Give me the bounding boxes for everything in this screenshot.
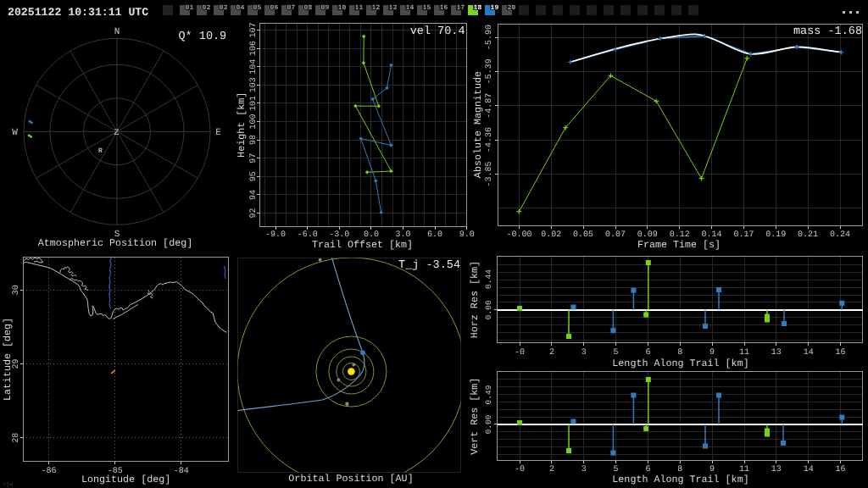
svg-text:0.49: 0.49 <box>484 385 493 404</box>
svg-text:6: 6 <box>645 348 650 358</box>
svg-text:0.05: 0.05 <box>573 230 593 240</box>
svg-text:95: 95 <box>249 171 259 181</box>
svg-text:0.21: 0.21 <box>798 230 818 240</box>
svg-text:17: 17 <box>457 4 465 12</box>
svg-text:Longitude [deg]: Longitude [deg] <box>81 474 170 485</box>
svg-text:Length Along Trail [km]: Length Along Trail [km] <box>612 358 748 369</box>
svg-text:19: 19 <box>491 4 499 12</box>
svg-text:-4.36: -4.36 <box>485 127 494 152</box>
svg-text:Atmospheric Position [deg]: Atmospheric Position [deg] <box>38 237 192 249</box>
svg-text:0.24: 0.24 <box>830 230 850 240</box>
svg-text:mass -1.68: mass -1.68 <box>793 25 862 38</box>
svg-text:Trail Offset [km]: Trail Offset [km] <box>312 239 413 251</box>
svg-text:2: 2 <box>549 465 554 474</box>
svg-text:N: N <box>114 27 120 37</box>
svg-text:18: 18 <box>474 4 482 12</box>
svg-text:09: 09 <box>321 4 330 12</box>
svg-text:13: 13 <box>389 4 398 12</box>
svg-text:16: 16 <box>440 4 448 12</box>
svg-text:20251122 10:31:11 UTC: 20251122 10:31:11 UTC <box>8 6 148 19</box>
svg-text:20: 20 <box>508 4 516 12</box>
svg-text:11: 11 <box>739 348 749 358</box>
svg-text:101: 101 <box>249 96 259 111</box>
svg-text:103: 103 <box>249 77 259 92</box>
svg-text:05: 05 <box>253 4 262 12</box>
svg-text:-0: -0 <box>515 465 525 474</box>
svg-text:9: 9 <box>709 348 715 358</box>
svg-text:Height [km]: Height [km] <box>236 92 248 158</box>
svg-text:-9.0: -9.0 <box>265 230 286 240</box>
svg-text:10: 10 <box>338 4 347 12</box>
svg-text:Orbital Position [AU]: Orbital Position [AU] <box>288 473 413 485</box>
svg-text:16: 16 <box>835 465 845 474</box>
svg-text:03: 03 <box>220 4 228 12</box>
svg-text:107: 107 <box>249 22 259 37</box>
svg-text:Q* 10.9: Q* 10.9 <box>179 30 227 43</box>
svg-text:Latitude [deg]: Latitude [deg] <box>2 318 14 401</box>
svg-text:-86: -86 <box>41 467 56 476</box>
svg-text:100: 100 <box>249 114 259 129</box>
svg-text:14: 14 <box>804 348 814 358</box>
svg-text:14: 14 <box>406 4 415 12</box>
svg-text:13: 13 <box>771 465 782 474</box>
svg-text:T_j -3.54: T_j -3.54 <box>398 259 460 272</box>
svg-text:08: 08 <box>304 4 313 12</box>
svg-text:-0.00: -0.00 <box>506 230 531 240</box>
svg-text:02: 02 <box>203 4 211 12</box>
svg-text:rjw: rjw <box>3 481 13 487</box>
svg-text:Frame Time [s]: Frame Time [s] <box>637 239 721 251</box>
svg-text:30: 30 <box>12 285 21 295</box>
svg-text:0.00: 0.00 <box>484 414 493 434</box>
svg-text:97: 97 <box>249 153 259 164</box>
svg-text:6.0: 6.0 <box>427 230 442 240</box>
svg-text:0.44: 0.44 <box>484 269 493 289</box>
svg-text:E: E <box>215 128 221 138</box>
svg-text:106: 106 <box>249 41 259 56</box>
svg-text:8: 8 <box>677 348 682 358</box>
svg-text:-3.85: -3.85 <box>485 161 494 186</box>
svg-text:11: 11 <box>355 4 364 12</box>
svg-text:0.02: 0.02 <box>541 230 561 240</box>
svg-text:92: 92 <box>249 208 259 218</box>
svg-text:28: 28 <box>12 433 21 443</box>
svg-text:-5.90: -5.90 <box>485 25 494 50</box>
svg-text:0.00: 0.00 <box>484 300 493 319</box>
svg-text:13: 13 <box>771 348 782 358</box>
svg-text:01: 01 <box>186 4 194 12</box>
svg-text:94: 94 <box>249 190 259 200</box>
svg-text:15: 15 <box>423 4 431 12</box>
svg-text:0.19: 0.19 <box>765 230 786 240</box>
svg-text:0.17: 0.17 <box>733 230 754 240</box>
svg-text:104: 104 <box>249 59 259 75</box>
svg-text:-0: -0 <box>515 348 525 358</box>
svg-text:Absolute Magnitude: Absolute Magnitude <box>472 71 484 178</box>
svg-text:98: 98 <box>249 135 259 145</box>
svg-text:0.07: 0.07 <box>605 230 626 240</box>
svg-text:12: 12 <box>372 4 381 12</box>
svg-text:vel 70.4: vel 70.4 <box>410 25 465 38</box>
svg-text:9.0: 9.0 <box>459 230 475 240</box>
svg-text:16: 16 <box>835 348 845 358</box>
svg-text:5: 5 <box>613 348 618 358</box>
svg-text:06: 06 <box>270 4 279 12</box>
svg-text:Vert Res [km]: Vert Res [km] <box>469 378 481 455</box>
svg-text:-5.39: -5.39 <box>485 58 494 84</box>
svg-text:R: R <box>98 147 103 155</box>
svg-text:07: 07 <box>287 4 296 12</box>
svg-text:W: W <box>12 128 18 138</box>
svg-text:Length Along Trail [km]: Length Along Trail [km] <box>612 474 748 485</box>
svg-text:2: 2 <box>549 348 554 358</box>
svg-text:04: 04 <box>236 4 245 12</box>
svg-text:14: 14 <box>804 465 814 474</box>
svg-text:3: 3 <box>581 465 587 474</box>
svg-text:-84: -84 <box>174 467 189 476</box>
svg-text:Horz Res [km]: Horz Res [km] <box>469 261 481 338</box>
svg-text:3: 3 <box>581 348 587 358</box>
svg-text:-4.87: -4.87 <box>485 93 494 119</box>
svg-text:Z: Z <box>114 129 119 138</box>
